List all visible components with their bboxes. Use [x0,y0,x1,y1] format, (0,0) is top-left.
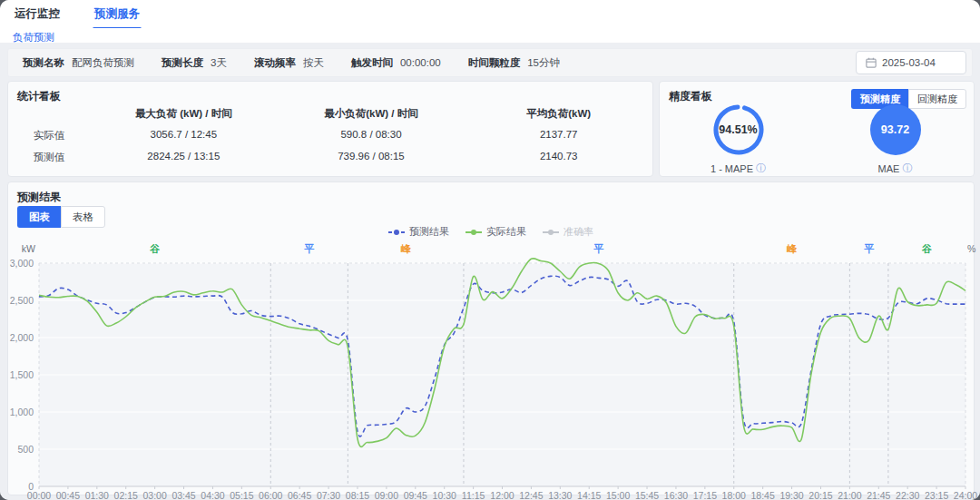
config-field-4: 时间颗粒度15分钟 [468,56,560,70]
x-axis-tick-label: 18:45 [751,490,775,500]
legend-item-label: 预测结果 [409,225,449,239]
y-axis-tick-label: 1,000 [10,407,34,417]
results-panel-title: 预测结果 [17,190,61,205]
config-fields: 预测名称配网负荷预测预测长度3天滚动频率按天触发时间00:00:00时间颗粒度1… [8,56,856,70]
legend-marker [388,229,405,236]
page-body: 预测名称配网负荷预测预测长度3天滚动频率按天触发时间00:00:00时间颗粒度1… [0,43,980,500]
legend-item-实际结果[interactable]: 实际结果 [466,225,526,239]
config-field-3: 触发时间00:00:00 [351,56,441,70]
config-field-label: 滚动频率 [254,56,296,70]
gauge-circle: 94.51% [712,103,765,156]
x-axis-tick-label: 14:15 [577,490,601,500]
stats-value-cell: 739.96 / 08:15 [278,151,466,162]
gauge-label-text: 1 - MAPE [710,163,753,174]
calendar-icon [866,57,877,68]
breadcrumb-load-forecast[interactable]: 负荷预测 [13,32,54,43]
gauge-circle: 93.72 [869,103,922,156]
x-axis-tick-label: 21:00 [838,490,861,500]
x-axis-tick-label: 23:15 [925,490,948,500]
top-nav-bar: 运行监控预测服务 [0,0,980,28]
mae-gauge: 93.72MAEⓘ [832,103,959,175]
legend-marker [543,229,559,236]
x-axis-tick-label: 21:45 [867,490,890,500]
config-field-label: 预测长度 [162,56,203,70]
config-field-value: 配网负荷预测 [72,56,134,70]
x-axis-tick-label: 18:00 [722,490,746,500]
right-axis-unit-label: % [967,243,975,254]
tou-period-label: 谷 [921,243,932,254]
x-axis-tick-label: 12:00 [490,490,514,500]
forecast-chart[interactable]: 05001,0001,5002,0002,5003,000谷平峰平峰平谷kW%0… [15,240,966,500]
x-axis-tick-label: 13:30 [548,490,572,500]
stats-corner-cell [8,107,90,119]
config-field-value: 00:00:00 [400,57,441,68]
y-axis-tick-label: 3,000 [10,258,34,269]
x-axis-tick-label: 00:00 [27,490,51,500]
y-axis-unit-label: kW [22,243,35,254]
x-axis-tick-label: 06:45 [288,490,311,500]
gauge-label: 1 - MAPEⓘ [710,162,766,175]
stats-row-label: 实际值 [8,129,90,141]
tou-period-label: 平 [864,243,874,254]
x-axis-tick-label: 12:45 [519,490,543,500]
info-icon[interactable]: ⓘ [756,162,766,175]
legend-item-label: 准确率 [564,225,593,239]
legend-marker-dot [394,230,399,235]
y-axis-tick-label: 1,500 [10,369,34,380]
x-axis-tick-label: 03:45 [172,490,195,500]
config-field-1: 预测长度3天 [162,56,227,70]
stats-table: 最大负荷 (kW) / 时间最小负荷(kW) / 时间平均负荷(kW)实际值30… [8,107,652,162]
info-icon[interactable]: ⓘ [902,162,912,175]
x-axis-tick-label: 00:45 [56,490,80,500]
gauge-value: 93.72 [869,103,922,156]
y-axis-tick-label: 2,500 [10,295,34,306]
top-tabs: 运行监控预测服务 [0,0,980,28]
stats-column-header: 平均负荷(kW) [465,107,652,119]
accuracy-panel: 精度看板 预测精度回测精度 94.51%1 - MAPEⓘ93.72MAEⓘ [659,81,975,177]
accuracy-panel-title: 精度看板 [669,89,712,104]
stats-value-cell: 2824.25 / 13:15 [90,151,278,162]
chart-legend: 预测结果实际结果准确率 [8,225,974,239]
x-axis-tick-label: 03:00 [142,490,166,500]
date-picker[interactable]: 2025-03-04 [856,51,966,74]
x-axis-tick-label: 08:15 [346,490,369,500]
x-axis-tick-label: 02:15 [114,490,138,500]
x-axis-tick-label: 05:15 [230,490,253,500]
x-axis-tick-label: 22:30 [896,490,919,500]
x-axis-tick-label: 17:15 [693,490,717,500]
config-field-value: 3天 [211,56,227,70]
config-field-label: 时间颗粒度 [468,56,521,70]
mape-gauge: 94.51%1 - MAPEⓘ [675,103,802,175]
x-axis-tick-label: 09:00 [375,490,398,500]
forecast-config-bar: 预测名称配网负荷预测预测长度3天滚动频率按天触发时间00:00:00时间颗粒度1… [7,48,973,77]
tou-period-label: 平 [304,243,314,254]
config-field-0: 预测名称配网负荷预测 [23,56,134,70]
x-axis-tick-label: 15:45 [635,490,659,500]
x-axis-tick-label: 10:30 [433,490,456,500]
app-window: 运行监控预测服务 负荷预测 预测名称配网负荷预测预测长度3天滚动频率按天触发时间… [0,0,980,500]
legend-item-预测结果[interactable]: 预测结果 [388,225,449,239]
x-axis-tick-label: 16:30 [664,490,688,500]
y-axis-tick-label: 2,000 [10,332,34,343]
accuracy-gauges: 94.51%1 - MAPEⓘ93.72MAEⓘ [660,103,974,175]
date-picker-value: 2025-03-04 [882,57,936,68]
stats-panel: 统计看板 最大负荷 (kW) / 时间最小负荷(kW) / 时间平均负荷(kW)… [7,81,653,177]
legend-item-准确率[interactable]: 准确率 [543,225,593,239]
tou-period-label: 峰 [787,243,798,254]
stats-panel-title: 统计看板 [17,89,61,104]
tab-monitoring[interactable]: 运行监控 [13,0,62,30]
x-axis-tick-label: 15:00 [606,490,630,500]
stats-column-header: 最大负荷 (kW) / 时间 [90,107,278,119]
stats-value-cell: 2137.77 [465,129,652,141]
x-axis-tick-label: 24:00 [954,490,977,500]
x-axis-tick-label: 19:30 [779,490,803,500]
tab-forecast-service[interactable]: 预测服务 [93,0,142,30]
legend-marker [466,229,482,236]
tou-period-label: 平 [593,243,603,254]
stats-value-cell: 590.8 / 08:30 [278,129,466,141]
config-field-label: 预测名称 [23,56,64,70]
stats-value-cell: 2140.73 [465,151,652,162]
x-axis-tick-label: 09:45 [404,490,427,500]
legend-item-label: 实际结果 [486,225,526,239]
sub-nav: 负荷预测 [0,28,980,43]
